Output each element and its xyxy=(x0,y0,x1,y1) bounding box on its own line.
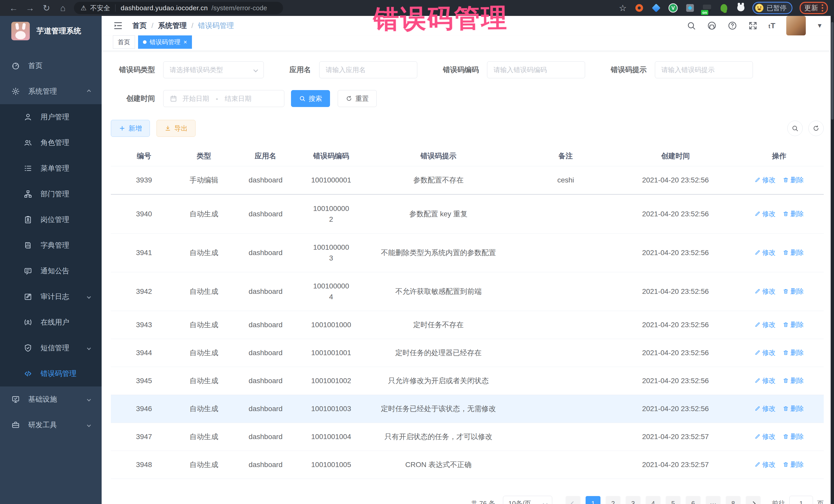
page-button-3[interactable]: 3 xyxy=(626,496,640,504)
toolbox-icon xyxy=(11,421,20,429)
table-row: 3941自动生成dashboard100100000 3不能删除类型为系统内置的… xyxy=(111,234,824,272)
scrollbar[interactable] xyxy=(831,16,834,504)
app-name-input[interactable] xyxy=(319,61,417,78)
app-logo[interactable]: 芋道管理系统 xyxy=(0,16,102,46)
question-button[interactable] xyxy=(727,21,737,30)
paused-badge[interactable]: 已暂停 xyxy=(752,2,792,14)
delete-link[interactable]: 删除 xyxy=(783,320,804,329)
date-range-picker[interactable]: 开始日期 - 结束日期 xyxy=(163,90,284,107)
sidebar-item-post[interactable]: 岗位管理 xyxy=(0,207,102,233)
page-button-6[interactable]: 6 xyxy=(686,496,701,504)
sidebar-item-dept[interactable]: 部门管理 xyxy=(0,181,102,207)
breadcrumb-item[interactable]: 错误码管理 xyxy=(198,21,234,30)
error-hint-input[interactable] xyxy=(655,61,753,78)
breadcrumb-item[interactable]: 首页 xyxy=(132,21,147,30)
close-icon[interactable]: × xyxy=(183,39,187,45)
page-button-8[interactable]: 8 xyxy=(726,496,741,504)
hamburger-icon[interactable] xyxy=(113,21,123,31)
sidebar-item-role[interactable]: 角色管理 xyxy=(0,130,102,155)
reset-button[interactable]: 重置 xyxy=(338,90,377,107)
extension-blue-gem-icon[interactable] xyxy=(651,3,661,13)
back-icon[interactable]: ← xyxy=(6,2,21,14)
bookmark-star-icon[interactable]: ☆ xyxy=(619,3,627,13)
cell-app: dashboard xyxy=(231,166,301,195)
delete-link[interactable]: 删除 xyxy=(783,376,804,385)
forward-icon[interactable]: → xyxy=(23,2,38,14)
page-button-4[interactable]: 4 xyxy=(646,496,660,504)
prev-page-button[interactable] xyxy=(566,496,580,504)
page-button-···[interactable]: ··· xyxy=(706,496,721,504)
export-button[interactable]: 导出 xyxy=(156,120,196,137)
delete-link[interactable]: 删除 xyxy=(783,432,804,441)
extension-orange-ring-icon[interactable] xyxy=(634,3,644,13)
page-button-1[interactable]: 1 xyxy=(586,496,600,504)
sidebar-item-label: 部门管理 xyxy=(41,189,69,199)
sidebar-item-home[interactable]: 首页 xyxy=(0,53,102,79)
page-content: 错误码类型 请选择错误码类型 应用名 错误码编码 错误码提示 xyxy=(102,51,834,504)
add-button[interactable]: 新增 xyxy=(111,120,150,137)
delete-link[interactable]: 删除 xyxy=(783,248,804,257)
sidebar-item-user[interactable]: 用户管理 xyxy=(0,104,102,130)
edit-link[interactable]: 修改 xyxy=(754,320,775,329)
goto-page-input[interactable] xyxy=(789,496,813,504)
page-button-2[interactable]: 2 xyxy=(606,496,620,504)
tab-错误码管理[interactable]: 错误码管理× xyxy=(138,36,192,49)
edit-link[interactable]: 修改 xyxy=(754,348,775,357)
edit-link[interactable]: 修改 xyxy=(754,176,775,184)
sidebar-item-dict[interactable]: 字典管理 xyxy=(0,233,102,258)
extension-on-badge-icon[interactable]: on xyxy=(702,3,712,13)
error-type-select[interactable]: 请选择错误码类型 xyxy=(163,61,264,78)
delete-link[interactable]: 删除 xyxy=(783,404,804,413)
sidebar-item-menu[interactable]: 菜单管理 xyxy=(0,155,102,181)
extension-green-v-icon[interactable]: V xyxy=(668,3,678,13)
next-page-button[interactable] xyxy=(746,496,761,504)
browser-update-button[interactable]: 更新 xyxy=(799,2,828,14)
search-button[interactable] xyxy=(686,21,696,30)
extension-grid-diamond-icon[interactable] xyxy=(685,3,695,13)
page-button-5[interactable]: 5 xyxy=(666,496,681,504)
edit-link[interactable]: 修改 xyxy=(754,376,775,385)
edit-pen-icon xyxy=(754,322,761,328)
edit-link[interactable]: 修改 xyxy=(754,210,775,218)
fullscreen-button[interactable] xyxy=(748,21,758,30)
sidebar-item-errcode[interactable]: 错误码管理 xyxy=(0,361,102,387)
scrollbar-thumb[interactable] xyxy=(831,22,833,119)
tab-首页[interactable]: 首页 xyxy=(113,36,135,49)
chevron-down-icon[interactable]: ▼ xyxy=(816,22,823,29)
home-icon[interactable]: ⌂ xyxy=(56,2,70,14)
edit-link[interactable]: 修改 xyxy=(754,248,775,257)
breadcrumb-item[interactable]: 系统管理 xyxy=(158,21,187,30)
extension-white-animal-icon[interactable] xyxy=(736,3,746,13)
sidebar-item-infra[interactable]: 基础设施 xyxy=(0,387,102,412)
search-button[interactable]: 搜索 xyxy=(291,90,330,107)
reload-icon[interactable]: ↻ xyxy=(39,2,54,14)
edit-link[interactable]: 修改 xyxy=(754,404,775,413)
toggle-search-button[interactable] xyxy=(787,120,803,136)
sidebar-item-tools[interactable]: 研发工具 xyxy=(0,412,102,438)
edit-link[interactable]: 修改 xyxy=(754,460,775,469)
sidebar-item-system[interactable]: 系统管理 xyxy=(0,79,102,104)
delete-link[interactable]: 删除 xyxy=(783,210,804,218)
edit-link[interactable]: 修改 xyxy=(754,432,775,441)
code-icon xyxy=(24,369,32,378)
avatar[interactable] xyxy=(786,16,806,36)
delete-link[interactable]: 删除 xyxy=(783,287,804,296)
sidebar-item-audit[interactable]: 审计日志 xyxy=(0,284,102,309)
sidebar-item-notice[interactable]: 通知公告 xyxy=(0,258,102,284)
delete-link[interactable]: 删除 xyxy=(783,348,804,357)
github-button[interactable] xyxy=(707,21,717,30)
delete-link[interactable]: 删除 xyxy=(783,176,804,184)
address-bar[interactable]: ⚠ 不安全 dashboard.yudao.iocoder.cn/system/… xyxy=(74,2,283,14)
delete-link[interactable]: 删除 xyxy=(783,460,804,469)
edit-pen-icon xyxy=(754,461,761,467)
refresh-table-button[interactable] xyxy=(808,120,824,136)
sidebar-item-sms[interactable]: 短信管理 xyxy=(0,335,102,361)
sidebar-item-online[interactable]: 在线用户 xyxy=(0,309,102,335)
table-toolbar: 新增 导出 xyxy=(111,120,824,137)
page-size-select[interactable]: 10条/页 xyxy=(503,496,552,504)
browser-menu-icon[interactable] xyxy=(822,4,823,12)
font-size-icon[interactable]: tT xyxy=(769,21,776,30)
extension-green-key-icon[interactable] xyxy=(719,3,729,13)
error-code-input[interactable] xyxy=(487,61,585,78)
edit-link[interactable]: 修改 xyxy=(754,287,775,296)
